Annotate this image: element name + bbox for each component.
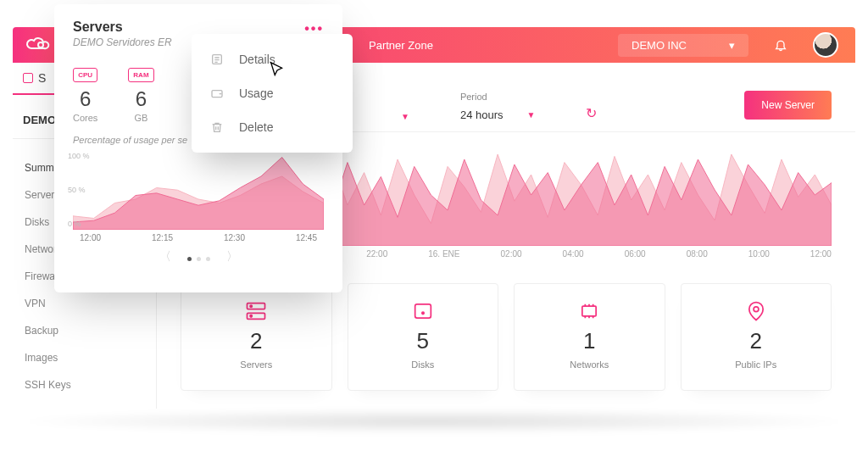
- list-icon: [210, 53, 225, 66]
- svg-point-4: [250, 315, 252, 317]
- pager-prev-icon[interactable]: 〈: [159, 249, 171, 264]
- card-public-ips[interactable]: 2 Public IPs: [681, 283, 832, 391]
- svg-rect-5: [415, 304, 431, 318]
- sidebar-item-images[interactable]: Images: [13, 344, 156, 371]
- wallet-icon: [210, 86, 225, 100]
- filter-invisible-caret[interactable]: ▼: [401, 112, 409, 131]
- disk-icon: [411, 299, 435, 323]
- card-label: Disks: [411, 359, 434, 370]
- sidebar-item-vpn[interactable]: VPN: [13, 290, 156, 317]
- svg-point-3: [250, 305, 252, 307]
- notifications-bell-icon[interactable]: [774, 38, 787, 52]
- org-selector[interactable]: DEMO INC ▾: [618, 34, 748, 57]
- ylabel: 50 %: [68, 186, 86, 194]
- card-disks[interactable]: 5 Disks: [348, 283, 499, 391]
- chevron-down-icon: ▼: [401, 112, 409, 121]
- sidebar-item-backup[interactable]: Backup: [13, 317, 156, 344]
- period-value: 24 hours: [460, 109, 504, 121]
- decorative-shadow: [13, 409, 855, 434]
- pin-icon: [744, 299, 768, 323]
- card-label: Public IPs: [735, 359, 776, 370]
- card-count: 2: [750, 328, 762, 354]
- chevron-down-icon: ▾: [729, 39, 735, 52]
- svg-point-0: [38, 42, 43, 47]
- spec-unit: GB: [128, 113, 153, 123]
- sidebar-tab-label: S: [38, 71, 46, 85]
- panel-mini-chart: 100 % 50 % 0 % 12:0012:1512:3012:45: [73, 153, 324, 242]
- period-filter[interactable]: Period 24 hours ▼: [460, 92, 536, 131]
- ram-chip-icon: RAM: [128, 68, 153, 82]
- mini-area-svg: [73, 153, 324, 230]
- new-server-button[interactable]: New Server: [744, 91, 832, 120]
- org-name: DEMO INC: [632, 39, 687, 52]
- refresh-icon[interactable]: ↻: [586, 105, 597, 131]
- panel-pager: 〈 〉: [73, 249, 324, 264]
- network-icon: [577, 299, 601, 323]
- card-label: Networks: [570, 359, 609, 370]
- ctx-item-details[interactable]: Details: [192, 42, 353, 76]
- spec-value: 6: [128, 87, 153, 111]
- pager-next-icon[interactable]: 〉: [226, 249, 238, 264]
- ctx-label: Usage: [239, 86, 273, 100]
- trash-icon: [210, 120, 225, 134]
- svg-point-8: [754, 307, 759, 312]
- chevron-down-icon: ▼: [527, 110, 536, 120]
- card-networks[interactable]: 1 Networks: [514, 283, 665, 391]
- spec-cpu: CPU 6 Cores: [73, 65, 97, 123]
- ctx-item-delete[interactable]: Delete: [192, 110, 353, 144]
- server-icon: [244, 299, 268, 323]
- card-label: Servers: [240, 359, 272, 370]
- ctx-item-usage[interactable]: Usage: [192, 76, 353, 110]
- card-count: 1: [583, 328, 595, 354]
- mini-xaxis: 12:0012:1512:3012:45: [73, 230, 324, 242]
- context-menu: Details Usage Delete: [192, 34, 353, 153]
- spec-ram: RAM 6 GB: [128, 65, 153, 123]
- panel-title: Servers: [73, 19, 324, 35]
- partner-zone-link[interactable]: Partner Zone: [369, 39, 433, 52]
- card-count: 2: [250, 328, 262, 354]
- ctx-label: Details: [239, 53, 275, 66]
- ylabel: 100 %: [68, 152, 90, 160]
- spec-value: 6: [73, 87, 97, 111]
- square-icon: [23, 73, 33, 83]
- svg-rect-7: [582, 306, 596, 316]
- ctx-label: Delete: [239, 120, 273, 134]
- card-servers[interactable]: 2 Servers: [181, 283, 332, 391]
- period-label: Period: [460, 92, 536, 102]
- pager-dots: [185, 250, 213, 264]
- cloud-logo-icon: [24, 36, 53, 53]
- card-count: 5: [417, 328, 429, 354]
- ylabel: 0 %: [68, 220, 81, 228]
- avatar[interactable]: [813, 32, 838, 58]
- spec-unit: Cores: [73, 113, 97, 123]
- cpu-chip-icon: CPU: [73, 68, 97, 82]
- sidebar-item-sshkeys[interactable]: SSH Keys: [13, 371, 156, 398]
- svg-point-6: [422, 312, 424, 314]
